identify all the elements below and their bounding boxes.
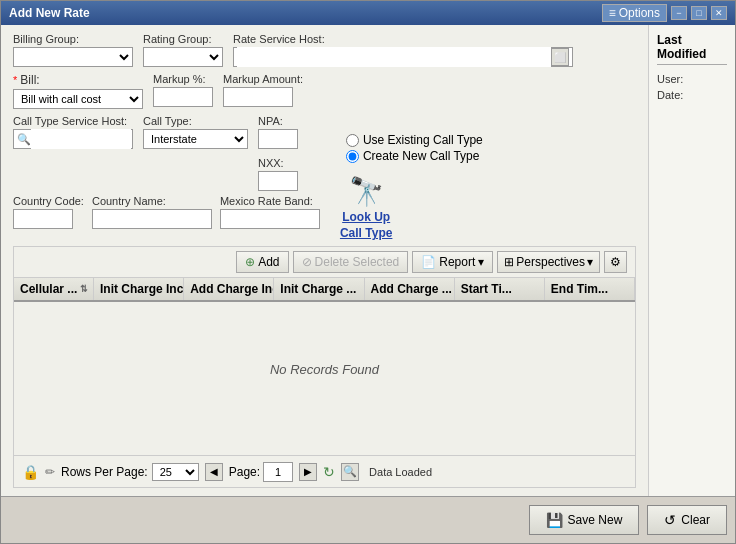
rate-service-host-field: Rate Service Host: ⬜ bbox=[233, 33, 573, 67]
markup-amount-field: Markup Amount: bbox=[223, 73, 303, 107]
grid-toolbar: ⊕ Add ⊘ Delete Selected 📄 Report ▾ ⊞ bbox=[14, 247, 635, 278]
rate-service-host-input-wrapper: ⬜ bbox=[233, 47, 573, 67]
create-new-label: Create New Call Type bbox=[363, 149, 480, 163]
lookup-area: 🔭 Look Up Call Type bbox=[340, 175, 392, 240]
call-type-service-host-input[interactable] bbox=[31, 129, 131, 149]
data-grid: Cellular ... ⇅ Init Charge Incr... Add C… bbox=[14, 278, 635, 455]
rate-service-host-input[interactable] bbox=[237, 47, 551, 67]
restore-button[interactable]: □ bbox=[691, 6, 707, 20]
minimize-button[interactable]: − bbox=[671, 6, 687, 20]
window-title: Add New Rate bbox=[9, 6, 90, 20]
gear-button[interactable]: ⚙ bbox=[604, 251, 627, 273]
last-modified-title: Last Modified bbox=[657, 33, 727, 65]
bill-label: * Bill: bbox=[13, 73, 143, 87]
mexico-rate-band-field: Mexico Rate Band: bbox=[220, 195, 320, 229]
nxx-input[interactable] bbox=[258, 171, 298, 191]
call-type-link[interactable]: Call Type bbox=[340, 226, 392, 240]
call-type-service-host-field: Call Type Service Host: 🔍 bbox=[13, 115, 133, 149]
col-end-time[interactable]: End Tim... bbox=[545, 278, 635, 300]
save-icon: 💾 bbox=[546, 512, 563, 528]
col-cellular[interactable]: Cellular ... ⇅ bbox=[14, 278, 94, 300]
rows-per-page-label: Rows Per Page: bbox=[61, 465, 148, 479]
report-button[interactable]: 📄 Report ▾ bbox=[412, 251, 493, 273]
add-icon: ⊕ bbox=[245, 255, 255, 269]
create-new-radio-item: Create New Call Type bbox=[346, 149, 483, 163]
billing-group-label: Billing Group: bbox=[13, 33, 133, 45]
country-name-label: Country Name: bbox=[92, 195, 212, 207]
refresh-button[interactable]: ↻ bbox=[323, 464, 335, 480]
delete-selected-button[interactable]: ⊘ Delete Selected bbox=[293, 251, 409, 273]
markup-amount-input[interactable] bbox=[223, 87, 293, 107]
npa-label: NPA: bbox=[258, 115, 298, 127]
call-type-options: Use Existing Call Type Create New Call T… bbox=[340, 129, 489, 240]
col-start-time[interactable]: Start Ti... bbox=[455, 278, 545, 300]
right-panel: Last Modified User: Date: bbox=[648, 25, 735, 496]
perspectives-icon: ⊞ bbox=[504, 255, 514, 269]
row-3: Call Type Service Host: 🔍 Call Type: Int… bbox=[9, 115, 640, 240]
call-type-field: Call Type: Interstate Intrastate Local I… bbox=[143, 115, 248, 149]
title-bar-controls: ≡ Options − □ ✕ bbox=[602, 4, 727, 22]
mexico-rate-band-label: Mexico Rate Band: bbox=[220, 195, 320, 207]
prev-page-button[interactable]: ◀ bbox=[205, 463, 223, 481]
page-label: Page: bbox=[229, 465, 260, 479]
sort-icon-cellular: ⇅ bbox=[80, 284, 88, 294]
call-type-service-host-wrapper: 🔍 bbox=[13, 129, 133, 149]
grid-body: No Records Found bbox=[14, 302, 635, 437]
create-new-radio[interactable] bbox=[346, 150, 359, 163]
rows-per-page-select[interactable]: 10 25 50 100 bbox=[152, 463, 199, 481]
main-area: Billing Group: Rating Group: Rate Servic… bbox=[1, 25, 735, 496]
page-input[interactable] bbox=[263, 462, 293, 482]
perspectives-button[interactable]: ⊞ Perspectives ▾ bbox=[497, 251, 600, 273]
rows-per-page-control: Rows Per Page: 10 25 50 100 bbox=[61, 463, 199, 481]
clear-button[interactable]: ↺ Clear bbox=[647, 505, 727, 535]
country-name-input[interactable] bbox=[92, 209, 212, 229]
col-add-charge-inc[interactable]: Add Charge Inc... bbox=[184, 278, 274, 300]
rating-group-select[interactable] bbox=[143, 47, 223, 67]
title-bar: Add New Rate ≡ Options − □ ✕ bbox=[1, 1, 735, 25]
close-button[interactable]: ✕ bbox=[711, 6, 727, 20]
markup-pct-input[interactable] bbox=[153, 87, 213, 107]
npa-nxx-group: NPA: NXX: bbox=[258, 115, 298, 191]
call-type-label: Call Type: bbox=[143, 115, 248, 127]
rate-service-host-search-btn[interactable]: ⬜ bbox=[551, 48, 569, 66]
row-1: Billing Group: Rating Group: Rate Servic… bbox=[9, 33, 640, 67]
call-type-select[interactable]: Interstate Intrastate Local Internationa… bbox=[143, 129, 248, 149]
col-add-charge[interactable]: Add Charge ... bbox=[365, 278, 455, 300]
markup-amount-label: Markup Amount: bbox=[223, 73, 303, 85]
lookup-link[interactable]: Look Up bbox=[342, 210, 390, 224]
no-records-message: No Records Found bbox=[14, 302, 635, 437]
bill-combo: Bill with call cost Bill without call co… bbox=[13, 89, 143, 109]
grid-header: Cellular ... ⇅ Init Charge Incr... Add C… bbox=[14, 278, 635, 302]
country-name-field: Country Name: bbox=[92, 195, 212, 229]
left-col: Call Type Service Host: 🔍 Call Type: Int… bbox=[13, 115, 320, 229]
gear-icon: ⚙ bbox=[610, 255, 621, 269]
user-row: User: bbox=[657, 73, 727, 85]
mexico-rate-band-input[interactable] bbox=[220, 209, 320, 229]
options-button[interactable]: ≡ Options bbox=[602, 4, 667, 22]
date-label: Date: bbox=[657, 89, 683, 101]
save-new-button[interactable]: 💾 Save New bbox=[529, 505, 640, 535]
report-dropdown-icon: ▾ bbox=[478, 255, 484, 269]
nxx-field: NXX: bbox=[258, 157, 298, 191]
date-row: Date: bbox=[657, 89, 727, 101]
search-icon-small: 🔍 bbox=[17, 133, 31, 146]
grid-section: ⊕ Add ⊘ Delete Selected 📄 Report ▾ ⊞ bbox=[13, 246, 636, 488]
rate-service-host-label: Rate Service Host: bbox=[233, 33, 573, 45]
delete-icon: ⊘ bbox=[302, 255, 312, 269]
col-init-charge-incr[interactable]: Init Charge Incr... bbox=[94, 278, 184, 300]
use-existing-radio[interactable] bbox=[346, 134, 359, 147]
options-icon: ≡ bbox=[609, 6, 616, 20]
npa-input[interactable] bbox=[258, 129, 298, 149]
billing-group-select[interactable] bbox=[13, 47, 133, 67]
grid-footer: 🔒 ✏ Rows Per Page: 10 25 50 100 ◀ Page: bbox=[14, 455, 635, 487]
clear-icon: ↺ bbox=[664, 512, 676, 528]
col-init-charge[interactable]: Init Charge ... bbox=[274, 278, 364, 300]
main-window: Add New Rate ≡ Options − □ ✕ Billing Gro… bbox=[0, 0, 736, 544]
bill-select[interactable]: Bill with call cost Bill without call co… bbox=[13, 89, 143, 109]
zoom-button[interactable]: 🔍 bbox=[341, 463, 359, 481]
country-code-input[interactable] bbox=[13, 209, 73, 229]
add-button[interactable]: ⊕ Add bbox=[236, 251, 288, 273]
next-page-button[interactable]: ▶ bbox=[299, 463, 317, 481]
rating-group-field: Rating Group: bbox=[143, 33, 223, 67]
edit-icon: ✏ bbox=[45, 465, 55, 479]
